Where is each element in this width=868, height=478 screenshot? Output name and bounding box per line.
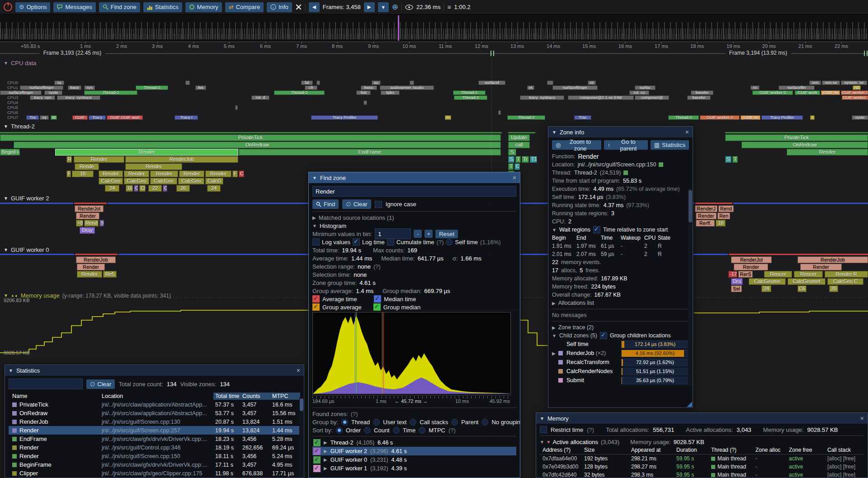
statistics-row[interactable]: EndFrame jni/../jni/src/claw/gfx/drv/vk/… — [9, 435, 300, 443]
timeline-zone[interactable]: CalcGeome — [749, 278, 786, 285]
expand-icon[interactable]: ▶ — [324, 440, 327, 445]
statistics-row[interactable]: PrivateTick jni/../jni/src/claw/applicat… — [9, 400, 300, 409]
timeline-zone[interactable]: RenderJol — [731, 256, 772, 263]
sort-by-order-radio[interactable] — [336, 427, 343, 434]
options-button[interactable]: ⚙Options — [15, 2, 50, 12]
timeline-zone[interactable]: tracy_systrace — [57, 95, 100, 100]
expand-icon[interactable]: ▶ — [324, 457, 327, 462]
timeline-zone[interactable]: GUIF-w — [821, 90, 840, 95]
timeline-zone[interactable]: C — [239, 170, 244, 177]
activity-ribbon-segment[interactable] — [733, 203, 868, 204]
timeline-zone[interactable]: T — [508, 163, 514, 170]
group-visibility-checkbox[interactable] — [313, 465, 321, 472]
timeline-zone[interactable]: Rend — [84, 220, 99, 227]
timeline-zone[interactable]: Render — [74, 156, 124, 163]
compare-button[interactable]: ⇄Compare — [225, 2, 264, 12]
timeline-zone[interactable]: Thread-2 — [136, 85, 168, 90]
timeline-zone[interactable]: fal — [301, 80, 313, 85]
timeline-zone[interactable]: Thread-2 — [668, 115, 699, 120]
timeline-zone[interactable]: syste — [44, 90, 62, 95]
timeline-zone[interactable]: RerS — [738, 271, 753, 278]
timeline-zone[interactable]: R — [66, 156, 72, 163]
timeline-zone[interactable]: GUIF worker 2 — [700, 115, 740, 120]
timeline-zone[interactable]: Render — [77, 271, 102, 278]
group-by-callstacks-radio[interactable] — [410, 419, 416, 426]
zone-info-scrollbar[interactable] — [688, 188, 693, 386]
timeline-zone[interactable]: composer@ — [635, 95, 669, 100]
resize-grip[interactable] — [687, 402, 692, 407]
expand-icon[interactable]: ▶ — [312, 215, 316, 220]
timeline-zone[interactable]: surfaceflin — [778, 85, 815, 90]
find-zone-histogram[interactable] — [312, 312, 511, 395]
statistics-row[interactable]: Clipper jni/../jni/src/claw/gfx/geo/Clip… — [9, 469, 300, 478]
timeline-zone[interactable]: Render — [99, 170, 123, 177]
group-visibility-checkbox[interactable] — [313, 448, 321, 455]
group-by-usertext-radio[interactable] — [373, 419, 380, 426]
timeline-zone[interactable]: EndFrame — [239, 149, 501, 156]
timeline-zone[interactable]: Render — [800, 264, 842, 270]
timeline-zone[interactable]: CalcG — [205, 178, 223, 185]
matched-locations[interactable]: Matched source locations (1) — [319, 214, 394, 221]
timeline-zone[interactable]: S — [508, 149, 516, 156]
zone-group-row[interactable]: ▶ Thread-2 (4,105) 6.46 s — [312, 438, 516, 447]
thread-value[interactable]: Thread-2 — [574, 170, 597, 176]
timeline-zone[interactable]: S — [725, 156, 731, 163]
timeline-zone[interactable]: Re5 — [103, 271, 117, 278]
child-zone-row[interactable]: Self time 172.14 µs (3.83%) — [552, 340, 689, 349]
group-by-thread-radio[interactable] — [341, 419, 348, 426]
help-marker[interactable]: (?) — [448, 427, 456, 434]
timeline-zone[interactable]: 18 — [716, 220, 726, 227]
timeline-zone[interactable]: surfaceflinger — [552, 85, 598, 90]
log-time-checkbox[interactable] — [353, 238, 360, 246]
guif-worker2-header[interactable]: ▼GUIF worker 2 — [4, 195, 49, 202]
timeline-zone[interactable]: Render — [150, 170, 178, 177]
info-button[interactable]: iInfo — [267, 2, 292, 12]
timeline-zone[interactable]: rot_d — [251, 95, 269, 100]
histogram-section-label[interactable]: Histogram — [320, 222, 346, 229]
timeline-zone[interactable]: BeginFra — [0, 149, 20, 156]
column-header-name[interactable]: Name — [10, 393, 100, 400]
go-to-parent-button[interactable]: ↑Go to parent — [604, 140, 648, 150]
statistics-button[interactable]: Statistics — [143, 2, 182, 12]
frame-label-left[interactable]: Frame 3,193 (22.45 ms) — [40, 50, 105, 56]
timeline-zone[interactable]: AB — [853, 85, 861, 90]
timeline-zone[interactable]: RenderJob — [797, 256, 868, 263]
collapse-icon[interactable]: ▼ — [9, 368, 13, 373]
self-time-toggle[interactable] — [446, 239, 453, 246]
timeline-zone[interactable]: RenderJol — [75, 205, 104, 212]
timeline-zone[interactable]: T — [732, 156, 738, 163]
timeline-zone[interactable]: RenderJ — [695, 205, 717, 212]
statistics-scrollbar[interactable] — [299, 398, 304, 478]
expand-icon[interactable]: ▶ — [552, 325, 556, 330]
timeline-zone[interactable]: et — [527, 85, 534, 90]
timeline-zone[interactable]: Trac — [574, 115, 591, 120]
thread2-header[interactable]: ▼Thread-2 — [4, 123, 35, 130]
close-icon[interactable]: × — [685, 129, 689, 135]
messages-button[interactable]: Messages — [53, 2, 95, 12]
collapse-icon[interactable]: ▼ — [312, 175, 317, 180]
zone-statistics-button[interactable]: ▥Statistics — [651, 140, 689, 150]
timeline-zone[interactable]: OnRedraw — [14, 142, 501, 148]
filter-zones-input[interactable] — [9, 379, 83, 389]
memory-button[interactable]: Memory — [185, 2, 222, 12]
timeline-zone[interactable]: CalcGeo C — [827, 278, 863, 285]
activity-ribbon-segment[interactable] — [695, 203, 732, 204]
timeline-zone[interactable]: 20 — [829, 285, 838, 292]
timeline-zone[interactable]: tracy_systrace — [520, 95, 564, 100]
collapse-icon[interactable]: ▼ — [552, 130, 557, 135]
frame-label-right[interactable]: Frame 3,194 (13.92 ms) — [726, 50, 791, 56]
timeline-zone[interactable] — [185, 80, 190, 85]
collapse-icon[interactable]: ▼ — [540, 440, 544, 445]
group-by-nogrouping-radio[interactable] — [481, 419, 488, 426]
activity-ribbon-segment[interactable] — [725, 132, 868, 133]
statistics-row[interactable]: Render jni/../jni/src/guif/Screen.cpp:15… — [9, 452, 300, 460]
column-header-mtpc[interactable]: MTPC — [270, 393, 300, 400]
activity-ribbon-segment[interactable] — [0, 203, 73, 204]
sort-by-count-radio[interactable] — [364, 427, 371, 434]
timeline-zone[interactable]: 24 — [761, 285, 771, 292]
timeline-zone[interactable]: Tracy — [89, 115, 106, 120]
median-time-checkbox[interactable] — [374, 295, 381, 303]
timeline-zone[interactable]: T — [515, 156, 521, 163]
timeline-zone[interactable]: Render — [77, 264, 105, 270]
timeline-zone[interactable]: Dra — [731, 278, 743, 285]
